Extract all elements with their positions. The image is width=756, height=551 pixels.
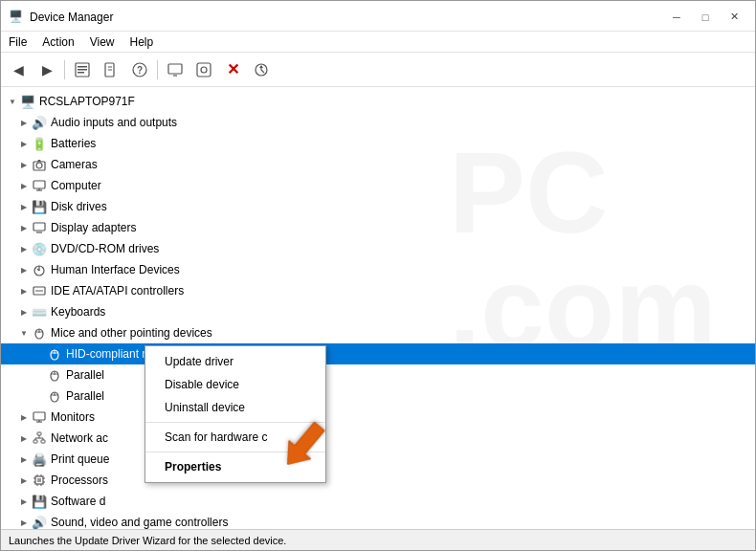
window-title: Device Manager xyxy=(30,11,113,24)
computer-icon: 🖥️ xyxy=(20,94,35,109)
mice-icon xyxy=(32,325,47,341)
computer-label: Computer xyxy=(51,179,101,192)
disk-label: Disk drives xyxy=(51,200,107,213)
expand-processors-icon: ▶ xyxy=(16,473,32,488)
network-icon xyxy=(32,430,47,446)
hid-icon xyxy=(32,262,47,277)
back-button[interactable]: ◀ xyxy=(5,56,32,83)
tree-item-print[interactable]: ▶ 🖨️ Print queue xyxy=(1,449,755,470)
tree-item-keyboards[interactable]: ▶ ⌨️ Keyboards xyxy=(1,301,755,322)
ctx-update-driver[interactable]: Update driver xyxy=(145,350,325,373)
tree-item-computer[interactable]: ▶ Computer xyxy=(1,175,755,196)
toolbar-separator-2 xyxy=(157,60,158,79)
svg-rect-21 xyxy=(33,223,45,231)
tree-item-parallel2[interactable]: Parallel xyxy=(1,386,755,407)
svg-point-12 xyxy=(201,67,207,73)
tree-item-disk[interactable]: ▶ 💾 Disk drives xyxy=(1,196,755,217)
tree-item-hid-mouse[interactable]: HID-compliant mouse xyxy=(1,343,755,364)
batteries-label: Batteries xyxy=(51,137,96,150)
audio-label: Audio inputs and outputs xyxy=(51,116,177,129)
maximize-button[interactable]: □ xyxy=(692,7,719,28)
properties-button[interactable] xyxy=(69,56,96,83)
menu-action[interactable]: Action xyxy=(34,33,81,51)
ctx-scan-hardware[interactable]: Scan for hardware c xyxy=(145,426,325,449)
ctx-divider-1 xyxy=(145,422,325,423)
tree-item-parallel1[interactable]: Parallel xyxy=(1,364,755,386)
update-button[interactable] xyxy=(248,56,275,83)
svg-rect-2 xyxy=(78,69,87,71)
disk-icon: 💾 xyxy=(32,199,47,214)
keyboards-label: Keyboards xyxy=(51,305,105,319)
print-label: Print queue xyxy=(51,452,109,466)
batteries-icon: 🔋 xyxy=(32,136,47,151)
tree-item-cameras[interactable]: ▶ Cameras xyxy=(1,154,755,175)
help-button[interactable]: ? xyxy=(126,56,153,83)
svg-rect-11 xyxy=(197,63,211,77)
expand-display-icon: ▶ xyxy=(16,220,32,235)
ctx-properties[interactable]: Properties xyxy=(145,455,325,478)
device-manager-window: 🖥️ Device Manager ─ □ ✕ File Action View… xyxy=(0,0,756,551)
expand-mice-icon: ▼ xyxy=(16,325,32,341)
svg-rect-47 xyxy=(33,440,37,443)
svg-marker-17 xyxy=(37,160,41,162)
sound-icon: 🔊 xyxy=(32,515,47,529)
ide-icon xyxy=(32,283,47,298)
tree-item-sound[interactable]: ▶ 🔊 Sound, video and game controllers xyxy=(1,512,755,529)
scan-button[interactable] xyxy=(190,56,217,83)
forward-button[interactable]: ▶ xyxy=(33,56,60,83)
root-label: RCSLAPTOP971F xyxy=(39,95,135,108)
tree-item-software[interactable]: ▶ 💾 Software d xyxy=(1,491,755,512)
menu-help[interactable]: Help xyxy=(122,33,162,51)
sound-label: Sound, video and game controllers xyxy=(51,516,228,529)
svg-rect-1 xyxy=(78,66,87,68)
status-bar: Launches the Update Driver Wizard for th… xyxy=(1,529,755,550)
processors-icon xyxy=(32,473,47,488)
expand-network-icon: ▶ xyxy=(16,430,32,446)
svg-rect-54 xyxy=(37,478,41,482)
context-menu: Update driver Disable device Uninstall d… xyxy=(145,345,326,483)
expand-hid-icon: ▶ xyxy=(16,262,32,277)
title-bar: 🖥️ Device Manager ─ □ ✕ xyxy=(1,1,755,32)
mice-label: Mice and other pointing devices xyxy=(51,326,212,340)
tree-root[interactable]: ▼ 🖥️ RCSLAPTOP971F xyxy=(1,91,755,112)
svg-marker-14 xyxy=(259,65,263,68)
software-label: Software d xyxy=(51,495,105,508)
minimize-button[interactable]: ─ xyxy=(663,7,690,28)
hid-label: Human Interface Devices xyxy=(51,263,180,276)
network-label: Network ac xyxy=(51,431,108,445)
tree-item-hid[interactable]: ▶ Human Interface Devices xyxy=(1,259,755,280)
expand-parallel1-icon xyxy=(32,367,47,383)
display-button[interactable] xyxy=(162,56,189,83)
parallel1-icon xyxy=(47,367,62,383)
remove-button[interactable]: ✕ xyxy=(219,56,246,83)
menu-view[interactable]: View xyxy=(82,33,122,51)
svg-rect-26 xyxy=(33,287,45,295)
expand-parallel2-icon xyxy=(32,388,47,404)
close-button[interactable]: ✕ xyxy=(721,7,747,28)
tree-item-batteries[interactable]: ▶ 🔋 Batteries xyxy=(1,133,755,154)
monitors-label: Monitors xyxy=(51,410,95,424)
tree-view[interactable]: ▼ 🖥️ RCSLAPTOP971F ▶ 🔊 Audio inputs and … xyxy=(1,87,755,529)
expand-monitors-icon: ▶ xyxy=(16,409,32,425)
ctx-disable-device[interactable]: Disable device xyxy=(145,373,325,396)
tree-item-mice[interactable]: ▼ Mice and other pointing devices xyxy=(1,322,755,343)
menu-file[interactable]: File xyxy=(1,33,34,51)
expand-root-icon: ▼ xyxy=(5,94,20,109)
tree-item-ide[interactable]: ▶ IDE ATA/ATAPI controllers xyxy=(1,280,755,301)
svg-rect-48 xyxy=(41,440,45,443)
software-icon: 💾 xyxy=(32,494,47,509)
ctx-uninstall-device[interactable]: Uninstall device xyxy=(145,396,325,419)
tree-item-audio[interactable]: ▶ 🔊 Audio inputs and outputs xyxy=(1,112,755,133)
tree-item-dvd[interactable]: ▶ 💿 DVD/CD-ROM drives xyxy=(1,238,755,259)
expand-ide-icon: ▶ xyxy=(16,283,32,298)
expand-audio-icon: ▶ xyxy=(16,115,32,130)
svg-rect-9 xyxy=(168,64,182,74)
tree-item-processors[interactable]: ▶ Processors xyxy=(1,470,755,491)
expand-software-icon: ▶ xyxy=(16,494,32,509)
tree-item-display[interactable]: ▶ Display adapters xyxy=(1,217,755,238)
tree-item-network[interactable]: ▶ Network ac xyxy=(1,428,755,449)
cameras-icon xyxy=(32,157,47,172)
title-left: 🖥️ Device Manager xyxy=(9,10,113,25)
new-button[interactable] xyxy=(98,56,124,83)
tree-item-monitors[interactable]: ▶ Monitors xyxy=(1,407,755,428)
